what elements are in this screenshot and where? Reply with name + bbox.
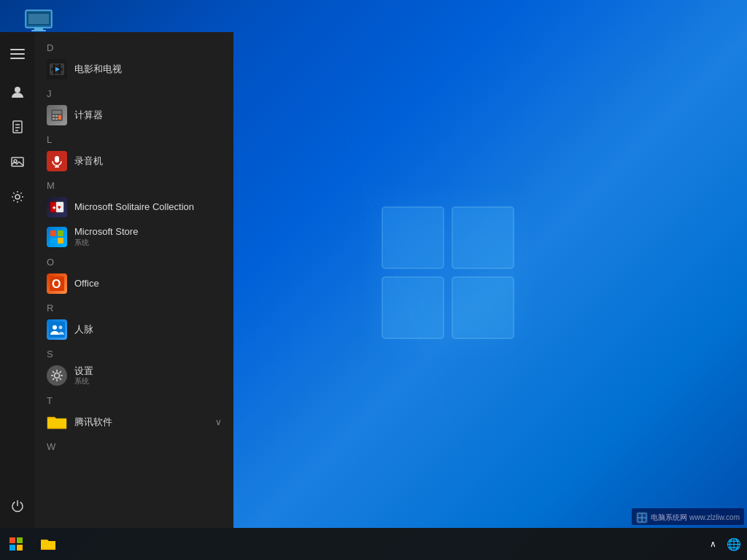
section-letter-w: W	[35, 437, 233, 454]
app-item-ms-store[interactable]: Microsoft Store 系统	[35, 222, 233, 252]
svg-rect-2	[382, 277, 444, 338]
svg-rect-30	[53, 115, 55, 117]
svg-rect-63	[9, 545, 15, 551]
tencent-expand-icon: ∨	[215, 417, 222, 427]
hamburger-button[interactable]	[1, 38, 34, 70]
app-name-settings: 设置 系统	[74, 365, 93, 387]
svg-point-12	[15, 87, 20, 93]
svg-rect-48	[49, 322, 65, 338]
svg-rect-23	[50, 71, 53, 74]
svg-rect-3	[452, 277, 514, 338]
svg-rect-9	[10, 49, 25, 50]
app-name-ms-store: Microsoft Store 系统	[74, 226, 138, 248]
desktop: 此电脑	[0, 0, 747, 560]
section-letter-d: D	[35, 38, 233, 55]
section-letter-s: S	[35, 344, 233, 361]
app-item-solitaire[interactable]: ♠ ♥ Microsoft Solitaire Collection	[35, 192, 233, 222]
svg-rect-45	[58, 238, 63, 244]
solitaire-icon: ♠ ♥	[47, 197, 67, 217]
watermark-brand: 电脑系统网 www.zlzliw.com	[636, 513, 740, 521]
app-item-office[interactable]: O Office	[35, 269, 233, 298]
sidebar-power-button[interactable]	[1, 490, 34, 522]
svg-point-50	[59, 325, 63, 329]
app-name-solitaire: Microsoft Solitaire Collection	[74, 201, 194, 213]
svg-rect-31	[55, 115, 58, 117]
app-item-recorder[interactable]: 录音机	[35, 147, 233, 176]
calculator-icon	[47, 105, 67, 125]
svg-rect-42	[50, 230, 56, 236]
svg-rect-1	[452, 207, 514, 268]
tencent-folder-icon	[47, 412, 67, 432]
svg-point-49	[53, 325, 57, 330]
section-letter-r: R	[35, 298, 233, 315]
settings-icon	[47, 365, 67, 386]
taskbar-show-hidden-icons[interactable]: ∧	[705, 539, 721, 549]
app-item-people[interactable]: 人脉	[35, 315, 233, 344]
app-item-movie-tv[interactable]: 电影和电视	[35, 55, 233, 84]
start-sidebar	[0, 32, 35, 528]
svg-rect-0	[382, 207, 444, 268]
svg-rect-25	[53, 64, 55, 74]
sidebar-user-button[interactable]	[1, 76, 34, 108]
svg-rect-29	[53, 111, 61, 114]
app-name-movie-tv: 电影和电视	[74, 63, 122, 75]
windows-logo-desktop	[375, 200, 521, 346]
app-name-calculator: 计算器	[74, 109, 103, 121]
svg-rect-24	[61, 71, 63, 74]
svg-rect-6	[34, 28, 43, 30]
section-letter-m: M	[35, 176, 233, 192]
section-letter-j: J	[35, 84, 233, 101]
svg-rect-35	[55, 156, 59, 163]
svg-rect-32	[58, 115, 61, 120]
taskbar-file-explorer-button[interactable]	[32, 528, 64, 560]
app-item-calculator[interactable]: 计算器	[35, 101, 233, 130]
app-name-tencent: 腾讯软件	[74, 416, 112, 428]
svg-rect-7	[31, 30, 46, 31]
section-letter-t: T	[35, 391, 233, 408]
svg-rect-44	[50, 238, 56, 244]
office-icon: O	[47, 273, 67, 294]
app-name-recorder: 录音机	[74, 155, 103, 167]
watermark: 电脑系统网 www.zlzliw.com	[632, 508, 744, 525]
svg-point-19	[15, 195, 20, 199]
app-name-office: Office	[74, 278, 99, 289]
start-menu: D 电影和电视	[0, 32, 233, 528]
sidebar-settings-button[interactable]	[1, 181, 34, 213]
people-icon	[47, 319, 67, 340]
svg-rect-8	[28, 14, 49, 24]
taskbar-right: ∧ 🌐	[705, 537, 747, 551]
svg-rect-10	[10, 53, 25, 55]
svg-rect-33	[53, 118, 55, 120]
svg-rect-34	[55, 118, 58, 120]
movie-tv-icon	[47, 59, 67, 79]
sidebar-photos-button[interactable]	[1, 146, 34, 178]
recorder-icon	[47, 151, 67, 171]
svg-rect-17	[12, 158, 23, 166]
svg-text:O: O	[52, 278, 61, 290]
taskbar: ∧ 🌐	[0, 528, 747, 560]
ms-store-icon	[47, 227, 67, 247]
svg-rect-11	[10, 58, 25, 59]
app-name-people: 人脉	[74, 324, 93, 335]
start-app-list[interactable]: D 电影和电视	[35, 32, 233, 528]
svg-rect-62	[17, 537, 23, 543]
svg-rect-61	[9, 537, 15, 543]
taskbar-globe-icon[interactable]: 🌐	[727, 537, 741, 551]
svg-rect-64	[17, 545, 23, 551]
section-letter-o: O	[35, 252, 233, 269]
sidebar-document-button[interactable]	[1, 111, 34, 143]
svg-rect-22	[61, 64, 63, 67]
app-item-tencent[interactable]: 腾讯软件 ∨	[35, 408, 233, 437]
svg-rect-43	[58, 230, 63, 236]
svg-rect-21	[50, 64, 53, 67]
app-item-settings[interactable]: 设置 系统	[35, 361, 233, 392]
section-letter-l: L	[35, 130, 233, 147]
taskbar-start-button[interactable]	[0, 528, 32, 560]
svg-text:♥: ♥	[58, 204, 61, 211]
